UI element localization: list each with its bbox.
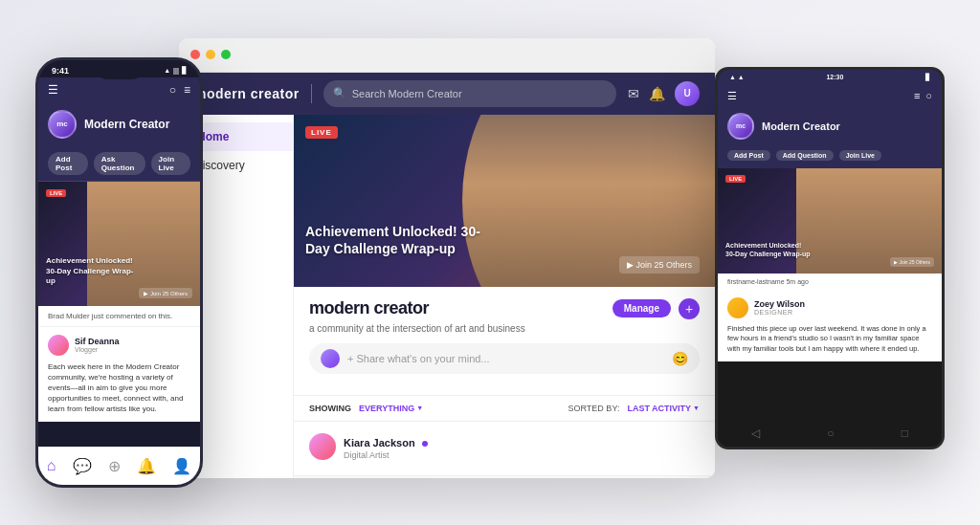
share-input[interactable]: + Share what's on your mind... 😊 <box>309 343 700 374</box>
tablet-filter-icon[interactable]: ≡ <box>914 90 920 101</box>
showing-select[interactable]: EVERYTHING ▼ <box>359 404 423 413</box>
header-icons: ✉ 🔔 U <box>628 81 700 106</box>
battery-icon: ▊ <box>182 67 187 75</box>
tablet-join-btn[interactable]: ▶ Join 25 Others <box>890 257 934 267</box>
community-name: modern creator <box>309 298 429 318</box>
tablet-back-nav[interactable]: ◁ <box>751 427 760 440</box>
post-author: Kiara Jackson Digital Artist <box>309 433 700 460</box>
phone-menu-icon[interactable]: ☰ <box>48 83 58 97</box>
header-divider <box>311 84 312 103</box>
manage-button[interactable]: Manage <box>612 299 671 317</box>
browser-chrome <box>179 38 715 73</box>
phone-bottom-nav: ⌂ 💬 ⊕ 🔔 👤 <box>38 447 200 485</box>
desktop-browser: modern creator 🔍 Search Modern Creator ✉… <box>179 38 715 478</box>
app-logo-text: modern creator <box>194 86 300 101</box>
phone-header-right: ○ ≡ <box>169 83 190 97</box>
post-name: Kiara Jackson <box>344 433 428 450</box>
tablet-left-icons: ▲ ▲ <box>729 74 745 80</box>
tablet-add-post-btn[interactable]: Add Post <box>727 150 770 161</box>
phone-home-nav[interactable]: ⌂ <box>47 457 56 474</box>
sorted-select[interactable]: LAST ACTIVITY ▼ <box>627 404 700 413</box>
tablet-post-author: Zoey Wilson DESIGNER <box>727 297 932 318</box>
phone-hero-title: Achievement Unlocked! 30-Day Challenge W… <box>46 256 142 286</box>
browser-minimize-dot[interactable] <box>206 50 215 59</box>
add-button[interactable]: + <box>679 298 700 319</box>
tablet-home-nav[interactable]: ○ <box>827 427 834 440</box>
phone-community-name: Modern Creator <box>84 118 169 131</box>
tablet-menu-icon[interactable]: ☰ <box>727 90 737 102</box>
phone-profile-nav[interactable]: 👤 <box>172 457 191 475</box>
phone-hero: LIVE Achievement Unlocked! 30-Day Challe… <box>38 182 200 306</box>
phone-app-header: ☰ ○ ≡ <box>38 77 200 102</box>
search-icon: 🔍 <box>333 87 346 99</box>
join-button[interactable]: ▶ Join 25 Others <box>619 256 700 273</box>
showing-chevron: ▼ <box>416 405 423 411</box>
messages-icon[interactable]: ✉ <box>628 86 639 101</box>
tablet-status-bar: ▲ ▲ 12:30 ▊ <box>718 70 942 85</box>
phone-live-badge: LIVE <box>46 189 66 197</box>
phone-action-bar: Add Post Ask Question Join Live <box>38 146 200 182</box>
search-placeholder: Search Modern Creator <box>352 88 462 99</box>
tablet-join-live-btn[interactable]: Join Live <box>839 150 881 161</box>
phone-post-text: Each week here in the Modern Creator com… <box>48 361 190 415</box>
showing-value: EVERYTHING <box>359 404 414 413</box>
sorted-value: LAST ACTIVITY <box>627 404 691 413</box>
community-actions: Manage + <box>612 298 700 319</box>
phone-add-post-btn[interactable]: Add Post <box>48 152 88 175</box>
user-avatar[interactable]: U <box>675 81 700 106</box>
community-section: modern creator Manage + a community at t… <box>294 287 715 396</box>
phone-notch <box>96 60 144 79</box>
phone-plus-nav[interactable]: ⊕ <box>108 457 121 475</box>
tablet-post-name: Zoey Wilson <box>754 299 805 309</box>
signal-icon: ||| <box>173 67 179 74</box>
post-avatar <box>309 433 336 460</box>
verified-dot <box>422 441 428 447</box>
phone-filter-icon[interactable]: ≡ <box>184 83 190 97</box>
phone-logo: mc <box>48 110 77 139</box>
phone-chat-nav[interactable]: 💬 <box>73 457 92 475</box>
browser-close-dot[interactable] <box>190 50 200 59</box>
tablet-action-bar: Add Post Add Question Join Live <box>718 145 942 168</box>
tablet-post-role: DESIGNER <box>754 309 805 316</box>
post-item: Kiara Jackson Digital Artist <box>294 422 715 476</box>
phone-bell-nav[interactable]: 🔔 <box>137 457 156 475</box>
tablet-community-name: Modern Creator <box>762 120 840 132</box>
search-bar[interactable]: 🔍 Search Modern Creator <box>323 80 616 107</box>
browser-content: modern creator 🔍 Search Modern Creator ✉… <box>179 73 715 478</box>
phone-notification: Brad Mulder just commented on this. <box>38 306 200 327</box>
sorted-label: SORTED BY: <box>568 404 620 413</box>
scene: modern creator 🔍 Search Modern Creator ✉… <box>35 19 945 507</box>
browser-expand-dot[interactable] <box>221 50 231 59</box>
tablet-hero: LIVE Achievement Unlocked! 30-Day Challe… <box>718 168 942 273</box>
tablet-right: ▲ ▲ 12:30 ▊ ☰ ≡ ○ mc Modern Creator Add … <box>715 67 945 449</box>
phone-post-author: Sif Deanna Vlogger <box>48 335 190 356</box>
community-tagline: a community at the intersection of art a… <box>309 323 700 334</box>
showing-label: SHOWING <box>309 404 351 413</box>
tablet-recents-nav[interactable]: □ <box>902 427 908 440</box>
phone-post-name: Sif Deanna <box>75 337 120 346</box>
filter-bar: SHOWING EVERYTHING ▼ SORTED BY: LAST ACT… <box>294 396 715 422</box>
tablet-add-question-btn[interactable]: Add Question <box>776 150 834 161</box>
share-placeholder: + Share what's on your mind... <box>347 353 490 364</box>
tablet-hero-title: Achievement Unlocked! 30-Day Challenge W… <box>725 241 812 258</box>
phone-join-live-btn[interactable]: Join Live <box>151 152 190 175</box>
tablet-search-icon[interactable]: ○ <box>925 90 932 101</box>
hero-section: LIVE Achievement Unlocked! 30-Day Challe… <box>294 115 715 287</box>
phone-left: 9:41 ▲ ||| ▊ ☰ ○ ≡ mc Modern Creator Add… <box>35 57 203 488</box>
phone-status-icons: ▲ ||| ▊ <box>164 67 187 75</box>
phone-search-icon[interactable]: ○ <box>169 83 176 97</box>
tablet-logo: mc <box>727 113 754 140</box>
phone-join-btn[interactable]: ▶ Join 25 Others <box>139 288 192 298</box>
phone-post: Sif Deanna Vlogger Each week here in the… <box>38 327 200 423</box>
tablet-bottom-nav: ◁ ○ □ <box>718 420 942 447</box>
tablet-time: 12:30 <box>826 74 843 80</box>
phone-ask-question-btn[interactable]: Ask Question <box>94 152 145 175</box>
phone-post-avatar <box>48 335 69 356</box>
emoji-icon: 😊 <box>672 351 688 366</box>
bell-icon[interactable]: 🔔 <box>649 86 665 101</box>
post-role: Digital Artist <box>344 450 428 460</box>
post-author-info: Kiara Jackson Digital Artist <box>344 433 428 460</box>
tablet-header-right: ≡ ○ <box>914 90 932 101</box>
app-main: Home Discovery LIVE Achievement Unlocked… <box>179 115 715 478</box>
content-area: LIVE Achievement Unlocked! 30-Day Challe… <box>294 115 715 478</box>
